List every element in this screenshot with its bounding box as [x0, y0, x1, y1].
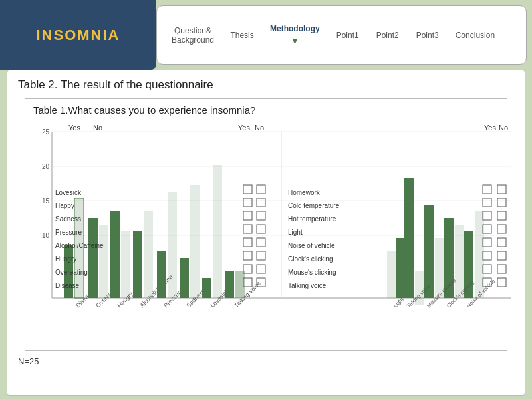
svg-rect-92: [497, 278, 506, 287]
svg-rect-31: [168, 192, 177, 298]
svg-rect-51: [257, 238, 265, 247]
chevron-down-icon: ▼: [290, 35, 299, 46]
svg-text:Homework: Homework: [288, 189, 321, 196]
svg-text:Talking voice: Talking voice: [288, 282, 327, 289]
nav-point3-label: Point3: [416, 31, 439, 40]
svg-rect-94: [497, 251, 506, 260]
svg-rect-41: [243, 238, 252, 247]
section-title: Table 2. The result of the questionnaire: [18, 78, 514, 92]
svg-text:10: 10: [42, 232, 50, 239]
svg-text:20: 20: [42, 163, 50, 170]
svg-text:15: 15: [42, 198, 50, 205]
svg-rect-93: [497, 265, 506, 273]
svg-rect-99: [497, 185, 506, 194]
svg-rect-40: [243, 251, 252, 260]
svg-rect-98: [497, 198, 506, 207]
logo-box: INSOMNIA: [0, 0, 156, 70]
svg-rect-45: [243, 185, 252, 194]
svg-text:Cold temperature: Cold temperature: [288, 202, 340, 209]
chart-svg: 25 20 15 10 Disease Overeating Hungry Al…: [32, 118, 517, 331]
svg-text:Yes: Yes: [484, 124, 496, 132]
nav-point2[interactable]: Point2: [368, 27, 408, 44]
svg-text:Clock's clicking: Clock's clicking: [288, 255, 332, 263]
svg-rect-30: [157, 251, 166, 298]
svg-rect-44: [243, 198, 252, 207]
svg-rect-26: [110, 211, 120, 298]
svg-rect-43: [243, 211, 252, 220]
svg-text:Noise of vehicle: Noise of vehicle: [288, 242, 335, 249]
svg-text:Happy: Happy: [55, 202, 74, 209]
svg-rect-24: [88, 218, 98, 298]
svg-text:Sadness: Sadness: [55, 215, 81, 223]
svg-rect-54: [257, 198, 265, 207]
svg-text:Yes: Yes: [68, 124, 80, 132]
header: INSOMNIA Question&Background Thesis Meth…: [0, 0, 532, 70]
svg-text:Disease: Disease: [55, 282, 80, 289]
svg-rect-33: [190, 185, 200, 298]
svg-rect-97: [497, 211, 506, 220]
nav-point1-label: Point1: [336, 31, 359, 40]
nav-area: Question&Background Thesis Methodology ▼…: [156, 5, 527, 65]
svg-rect-50: [257, 251, 265, 260]
svg-rect-52: [257, 225, 265, 233]
nav-point2-label: Point2: [376, 31, 399, 40]
svg-rect-28: [133, 231, 142, 298]
svg-text:No: No: [93, 124, 102, 132]
nav-thesis[interactable]: Thesis: [222, 27, 262, 44]
svg-rect-53: [257, 211, 265, 220]
nav-question-label: Question&Background: [172, 26, 214, 45]
chart-container: Table 1.What causes you to experience in…: [25, 98, 507, 351]
chart-title: Table 1.What causes you to experience in…: [25, 99, 507, 118]
svg-rect-72: [404, 178, 414, 298]
svg-rect-49: [257, 265, 265, 273]
nav-methodology[interactable]: Methodology ▼: [262, 20, 328, 50]
svg-rect-32: [180, 258, 189, 298]
nav-question[interactable]: Question&Background: [164, 22, 222, 49]
n-label: N=25: [18, 356, 514, 366]
nav-conclusion[interactable]: Conclusion: [448, 27, 503, 44]
svg-rect-35: [213, 165, 222, 298]
svg-text:Overeating: Overeating: [55, 269, 88, 276]
svg-text:Lovesick: Lovesick: [55, 189, 82, 196]
svg-text:Light: Light: [288, 229, 303, 236]
nav-point3[interactable]: Point3: [408, 27, 448, 44]
svg-text:No: No: [499, 124, 508, 132]
svg-rect-55: [257, 185, 265, 194]
svg-rect-34: [202, 278, 211, 298]
nav-conclusion-label: Conclusion: [456, 31, 495, 40]
svg-text:Mouse's clicking: Mouse's clicking: [288, 269, 336, 276]
svg-rect-95: [497, 238, 506, 247]
svg-rect-25: [99, 225, 108, 298]
main-content: Table 2. The result of the questionnaire…: [7, 70, 525, 396]
nav-point1[interactable]: Point1: [328, 27, 368, 44]
nav-thesis-label: Thesis: [230, 31, 253, 40]
svg-text:Yes: Yes: [238, 124, 250, 132]
svg-text:Alcohol/Caffeine: Alcohol/Caffeine: [55, 242, 104, 249]
svg-text:Hungry: Hungry: [55, 255, 76, 263]
logo-text: INSOMNIA: [37, 27, 120, 44]
svg-rect-29: [144, 211, 153, 298]
svg-text:25: 25: [42, 128, 50, 136]
svg-text:Pressure: Pressure: [55, 229, 82, 236]
svg-text:Hot temperature: Hot temperature: [288, 215, 336, 223]
svg-rect-27: [121, 231, 130, 298]
svg-rect-90: [483, 198, 491, 207]
svg-rect-91: [483, 185, 491, 194]
svg-rect-80: [396, 238, 406, 298]
svg-rect-96: [497, 225, 506, 233]
svg-text:No: No: [255, 124, 264, 132]
svg-rect-42: [243, 225, 252, 233]
svg-rect-81: [387, 251, 396, 298]
svg-rect-36: [225, 271, 234, 298]
nav-methodology-label: Methodology: [270, 24, 320, 33]
